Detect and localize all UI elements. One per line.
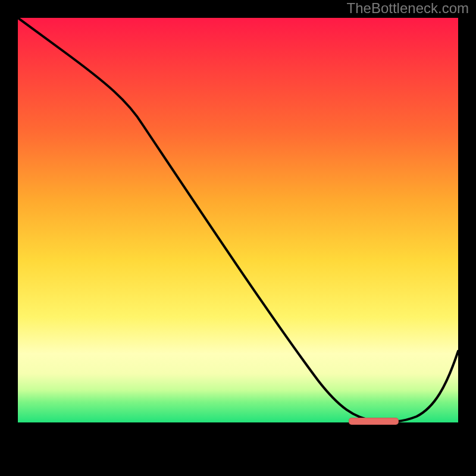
plot-area — [18, 18, 458, 458]
optimal-range-marker — [349, 418, 399, 425]
chart-container: TheBottleneck.com — [0, 0, 476, 476]
attribution-text: TheBottleneck.com — [347, 0, 469, 17]
bottleneck-curve — [18, 18, 458, 458]
curve-path — [18, 18, 458, 422]
